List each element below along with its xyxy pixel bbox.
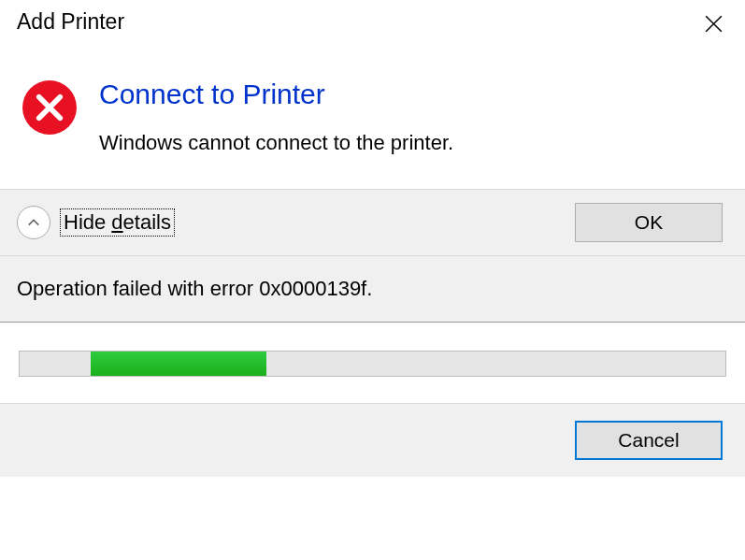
details-panel: Operation failed with error 0x0000139f. <box>0 255 745 323</box>
error-detail-text: Operation failed with error 0x0000139f. <box>17 277 723 301</box>
titlebar: Add Printer <box>0 0 745 52</box>
progress-section <box>0 323 745 403</box>
action-row: Hide details OK <box>0 189 745 255</box>
details-toggle[interactable]: Hide details <box>17 206 175 239</box>
cancel-button[interactable]: Cancel <box>575 421 723 460</box>
ok-button[interactable]: OK <box>575 203 723 242</box>
close-button[interactable] <box>693 9 734 37</box>
dialog-headline: Connect to Printer <box>99 79 453 110</box>
error-icon <box>22 80 77 135</box>
window-title: Add Printer <box>17 9 124 35</box>
footer-row: Cancel <box>0 403 745 477</box>
dialog-message: Windows cannot connect to the printer. <box>99 131 453 155</box>
dialog-body: Connect to Printer Windows cannot connec… <box>0 52 745 189</box>
details-toggle-label[interactable]: Hide details <box>60 208 175 237</box>
close-icon <box>705 15 723 33</box>
progress-bar <box>19 351 726 377</box>
chevron-up-icon <box>27 216 40 229</box>
chevron-up-button[interactable] <box>17 206 50 239</box>
progress-fill <box>91 352 267 376</box>
dialog-text: Connect to Printer Windows cannot connec… <box>99 79 453 155</box>
